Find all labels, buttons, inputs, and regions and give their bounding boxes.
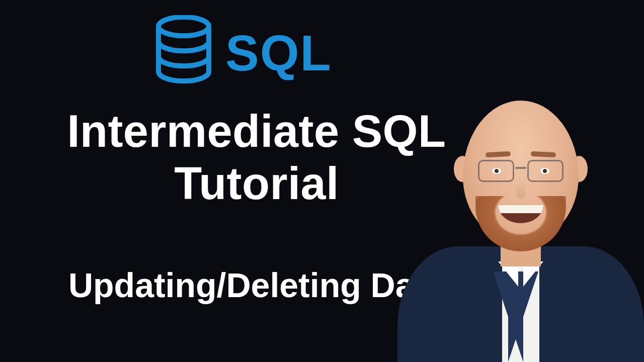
title-line-2: Tutorial (65, 158, 448, 210)
database-icon (151, 15, 216, 90)
title-line-1: Intermediate SQL (65, 106, 448, 158)
glasses-icon (478, 160, 564, 184)
sql-logo-text: SQL (225, 28, 332, 78)
subtitle-block: Updating/Deleting Data (65, 266, 448, 304)
title-block: Intermediate SQL Tutorial (65, 106, 448, 210)
logo-row: SQL (151, 15, 332, 90)
video-thumbnail: SQL Intermediate SQL Tutorial Updating/D… (0, 0, 644, 362)
presenter-nose (516, 181, 525, 199)
presenter-portrait (392, 80, 644, 362)
subtitle-text: Updating/Deleting Data (65, 266, 448, 304)
svg-point-0 (158, 17, 209, 36)
